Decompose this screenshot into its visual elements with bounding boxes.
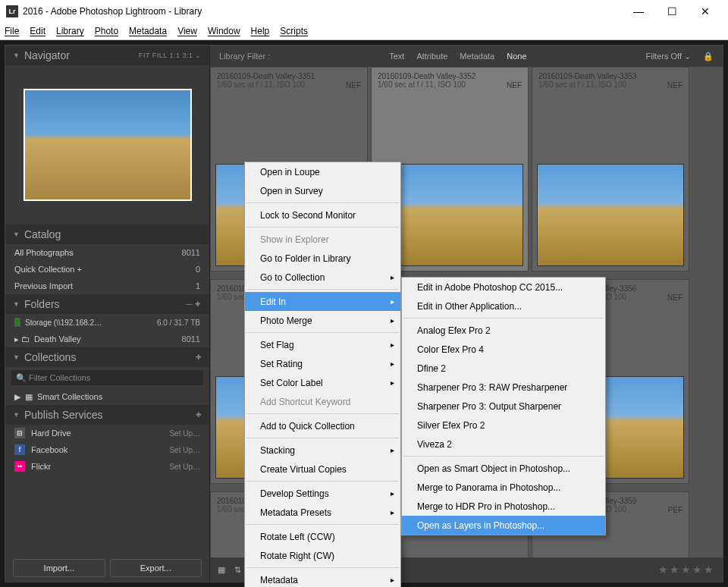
navigator-header[interactable]: ▼ Navigator FIT FILL 1:1 3:1 ⌄ xyxy=(5,46,209,65)
menu-item[interactable]: Set Color Label xyxy=(245,373,400,392)
menu-item[interactable]: Go to Collection xyxy=(245,268,400,287)
menu-item[interactable]: Merge to Panorama in Photoshop... xyxy=(402,478,605,497)
publish-service[interactable]: ⊟Hard DriveSet Up… xyxy=(5,425,209,441)
collections-add-icon[interactable]: ✚ xyxy=(196,353,202,361)
menu-item[interactable]: Photo Merge xyxy=(245,311,400,330)
menu-item[interactable]: Set Flag xyxy=(245,335,400,354)
menu-item[interactable]: Open as Layers in Photoshop... xyxy=(402,516,605,535)
publish-service[interactable]: ••FlickrSet Up… xyxy=(5,458,209,475)
publish-service[interactable]: fFacebookSet Up… xyxy=(5,441,209,458)
menu-help[interactable]: Help xyxy=(251,26,270,36)
left-panel: ▼ Navigator FIT FILL 1:1 3:1 ⌄ ▼ Catalog… xyxy=(5,46,210,582)
smart-collection-icon: ▦ xyxy=(25,392,33,402)
navigator-zoom-opts[interactable]: FIT FILL 1:1 3:1 ⌄ xyxy=(139,52,202,59)
window-maximize[interactable]: ☐ xyxy=(655,0,689,23)
collections-title: Collections xyxy=(24,351,196,363)
menu-item: Show in Explorer xyxy=(245,230,400,249)
window-close[interactable]: ✕ xyxy=(689,0,722,23)
filter-collections-search[interactable]: 🔍 Filter Collections xyxy=(11,370,203,385)
filter-lock-icon[interactable]: 🔒 xyxy=(703,52,714,61)
rating-stars[interactable]: ★★★★★ xyxy=(658,563,715,576)
menu-item[interactable]: Develop Settings xyxy=(245,484,400,503)
menu-item[interactable]: Merge to HDR Pro in Photoshop... xyxy=(402,497,605,516)
menu-item[interactable]: Metadata Presets xyxy=(245,503,400,522)
menu-library[interactable]: Library xyxy=(56,26,84,36)
app-icon: Lr xyxy=(6,5,18,17)
navigator-title: Navigator xyxy=(24,49,139,61)
import-button[interactable]: Import... xyxy=(13,559,105,577)
menu-edit[interactable]: Edit xyxy=(30,26,46,36)
menu-metadata[interactable]: Metadata xyxy=(129,26,167,36)
menu-item[interactable]: Edit in Other Application... xyxy=(402,297,605,315)
menu-item[interactable]: Open as Smart Object in Photoshop... xyxy=(402,459,605,478)
search-icon: 🔍 xyxy=(16,373,27,383)
catalog-item[interactable]: Quick Collection +0 xyxy=(5,261,209,278)
folders-add-icon[interactable]: — ✚ xyxy=(186,300,202,308)
window-minimize[interactable]: — xyxy=(622,0,655,23)
collection-item[interactable]: ▶ ▦ Smart Collections xyxy=(5,388,209,405)
collapse-icon: ▼ xyxy=(13,300,20,308)
folder-item[interactable]: ▸ 🗀Death Valley8011 xyxy=(5,331,209,347)
expand-icon: ▶ xyxy=(14,392,20,402)
menu-item[interactable]: Create Virtual Copies xyxy=(245,460,400,479)
catalog-item[interactable]: Previous Import1 xyxy=(5,278,209,294)
edit-in-submenu: Edit in Adobe Photoshop CC 2015...Edit i… xyxy=(401,277,606,535)
filters-off-toggle[interactable]: Filters Off ⌄ xyxy=(645,52,691,61)
catalog-title: Catalog xyxy=(24,228,202,240)
menu-file[interactable]: File xyxy=(5,26,19,36)
sort-icon[interactable]: ⇅ xyxy=(234,565,241,575)
catalog-header[interactable]: ▼ Catalog xyxy=(5,224,209,244)
collections-header[interactable]: ▼ Collections ✚ xyxy=(5,347,209,367)
menu-photo[interactable]: Photo xyxy=(95,26,118,36)
menu-item[interactable]: Rotate Right (CW) xyxy=(245,546,400,565)
menu-item[interactable]: Metadata xyxy=(245,570,400,587)
collapse-icon: ▼ xyxy=(13,411,20,419)
menu-view[interactable]: View xyxy=(177,26,197,36)
menu-item[interactable]: Sharpener Pro 3: RAW Presharpener xyxy=(402,378,605,397)
menu-item[interactable]: Lock to Second Monitor xyxy=(245,206,400,224)
filter-tab-text[interactable]: Text xyxy=(389,52,404,61)
menu-scripts[interactable]: Scripts xyxy=(280,26,308,36)
menu-item[interactable]: Edit In xyxy=(245,292,400,311)
photo-context-menu: Open in LoupeOpen in SurveyLock to Secon… xyxy=(244,162,401,587)
menu-bar: FileEditLibraryPhotoMetadataViewWindowHe… xyxy=(0,23,728,40)
menu-item[interactable]: Color Efex Pro 4 xyxy=(402,340,605,359)
window-titlebar: Lr 2016 - Adobe Photoshop Lightroom - Li… xyxy=(0,0,728,23)
menu-item[interactable]: Stacking xyxy=(245,441,400,460)
menu-item[interactable]: Open in Survey xyxy=(245,181,400,200)
grid-cell[interactable]: 20160109-Death Valley-33531/60 sec at f … xyxy=(532,67,689,272)
menu-item[interactable]: Dfine 2 xyxy=(402,359,605,378)
folders-title: Folders xyxy=(24,298,186,310)
filter-tab-attribute[interactable]: Attribute xyxy=(416,52,447,61)
collapse-icon: ▼ xyxy=(13,231,20,238)
catalog-item[interactable]: All Photographs8011 xyxy=(5,244,209,261)
menu-item[interactable]: Sharpener Pro 3: Output Sharpener xyxy=(402,397,605,416)
filter-tab-metadata[interactable]: Metadata xyxy=(460,52,494,61)
publish-add-icon[interactable]: ✚ xyxy=(196,411,202,419)
publish-header[interactable]: ▼ Publish Services ✚ xyxy=(5,405,209,425)
filter-tab-none[interactable]: None xyxy=(507,52,526,61)
filter-label: Library Filter : xyxy=(219,52,270,61)
menu-item[interactable]: Set Rating xyxy=(245,354,400,373)
menu-item[interactable]: Open in Loupe xyxy=(245,162,400,181)
window-title: 2016 - Adobe Photoshop Lightroom - Libra… xyxy=(23,6,622,17)
folders-header[interactable]: ▼ Folders — ✚ xyxy=(5,294,209,314)
library-filter-bar: Library Filter : Text Attribute Metadata… xyxy=(210,46,723,67)
publish-title: Publish Services xyxy=(24,409,196,421)
menu-item[interactable]: Edit in Adobe Photoshop CC 2015... xyxy=(402,278,605,297)
menu-item[interactable]: Add to Quick Collection xyxy=(245,416,400,435)
navigator-preview[interactable] xyxy=(5,65,209,224)
menu-item[interactable]: Go to Folder in Library xyxy=(245,249,400,268)
storage-meta: 6.0 / 31.7 TB xyxy=(157,319,200,327)
grid-view-icon[interactable]: ▦ xyxy=(218,565,225,575)
menu-item[interactable]: Rotate Left (CCW) xyxy=(245,527,400,546)
menu-window[interactable]: Window xyxy=(208,26,240,36)
menu-item[interactable]: Viveza 2 xyxy=(402,435,605,454)
menu-item[interactable]: Silver Efex Pro 2 xyxy=(402,416,605,435)
storage-volume[interactable]: Storage (\\192.168.2… 6.0 / 31.7 TB xyxy=(5,314,209,331)
storage-indicator-icon xyxy=(14,318,20,327)
collapse-icon: ▼ xyxy=(13,52,20,59)
export-button[interactable]: Export... xyxy=(110,559,202,577)
menu-item[interactable]: Analog Efex Pro 2 xyxy=(402,321,605,340)
search-placeholder: Filter Collections xyxy=(29,373,90,382)
